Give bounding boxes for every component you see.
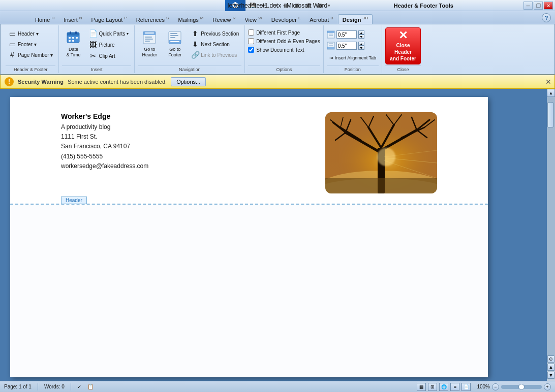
title-bar: ✿ 💾 ↩ ↪ ▦ ▦ ▦ ▦ ▾ letterheadtest1.dotx -… xyxy=(0,0,555,11)
clip-art-label: Clip Art xyxy=(99,53,115,59)
date-time-button[interactable]: Date& Time xyxy=(62,27,84,60)
close-button[interactable]: ✕ xyxy=(544,2,553,10)
previous-page-button[interactable]: ▲ xyxy=(547,364,554,371)
different-odd-even-input[interactable] xyxy=(248,38,254,44)
status-right: ▦ ⊞ 🌐 ≡ 📄 100% − + xyxy=(417,383,551,391)
header-position-input[interactable] xyxy=(336,30,357,39)
help-button[interactable]: ? xyxy=(542,13,551,22)
svg-rect-8 xyxy=(72,40,74,42)
svg-rect-3 xyxy=(75,31,77,34)
header-position-arrows: ▲ ▼ xyxy=(358,30,364,39)
picture-icon: 🖼 xyxy=(89,41,97,49)
show-document-text-label: Show Document Text xyxy=(256,47,304,53)
ribbon-group-insert: Date& Time 📄 Quick Parts ▾ 🖼 Picture ✂ xyxy=(59,25,135,73)
svg-rect-14 xyxy=(145,41,150,42)
quick-parts-icon: 📄 xyxy=(89,29,97,38)
insert-group-label: Insert xyxy=(62,66,131,72)
document-area: Worker's Edge A productivity blog 1111 F… xyxy=(0,89,555,381)
zoom-out-button[interactable]: − xyxy=(492,383,499,390)
previous-section-button[interactable]: ⬆ Previous Section xyxy=(189,28,241,39)
print-layout-button[interactable]: ▦ xyxy=(417,383,426,391)
web-layout-button[interactable]: 🌐 xyxy=(439,383,448,391)
page-number-button[interactable]: # Page Number ▾ xyxy=(6,50,55,60)
tab-developer-label: Developer xyxy=(271,17,297,23)
window-title: letterheadtest1.dotx - Microsoft Word xyxy=(228,2,328,9)
header-position-up[interactable]: ▲ xyxy=(358,30,364,35)
scroll-up-button[interactable]: ▲ xyxy=(547,89,555,97)
picture-button[interactable]: 🖼 Picture xyxy=(86,40,131,50)
go-to-footer-button[interactable]: Go toFooter xyxy=(163,27,187,60)
footer-position-input[interactable] xyxy=(336,42,357,50)
next-page-button[interactable]: ▼ xyxy=(547,372,554,379)
security-options-button[interactable]: Options... xyxy=(171,77,206,86)
company-info: Worker's Edge A productivity blog 1111 F… xyxy=(61,112,148,171)
header-button[interactable]: ▭ Header ▾ xyxy=(6,28,41,39)
security-close-button[interactable]: ✕ xyxy=(545,78,551,86)
footer-button[interactable]: ▭ Footer ▾ xyxy=(6,39,39,49)
tab-references[interactable]: References S xyxy=(132,14,174,24)
zoom-in-button[interactable]: + xyxy=(544,383,551,390)
page-count: Page: 1 of 1 xyxy=(4,384,32,389)
date-time-label: Date& Time xyxy=(66,47,80,58)
close-header-footer-button[interactable]: ✕ Close Headerand Footer xyxy=(385,27,421,64)
draft-button[interactable]: 📄 xyxy=(461,383,471,391)
footer-position-up[interactable]: ▲ xyxy=(358,42,364,46)
svg-rect-20 xyxy=(170,37,175,38)
restore-button[interactable]: ❐ xyxy=(534,2,543,10)
track-changes-icon[interactable]: 📋 xyxy=(87,384,94,389)
full-screen-button[interactable]: ⊞ xyxy=(428,383,437,391)
svg-rect-11 xyxy=(145,32,154,34)
spell-check-icon[interactable]: ✓ xyxy=(77,384,81,389)
tab-insert[interactable]: Insert N xyxy=(59,14,86,24)
tab-mailings[interactable]: Mailings M xyxy=(173,14,208,24)
outline-button[interactable]: ≡ xyxy=(450,383,459,391)
app-window: ✿ 💾 ↩ ↪ ▦ ▦ ▦ ▦ ▾ letterheadtest1.dotx -… xyxy=(0,0,555,392)
different-first-page-input[interactable] xyxy=(248,29,254,36)
scroll-bottom-buttons: ⊙ ▲ ▼ xyxy=(547,355,554,381)
header-position-down[interactable]: ▼ xyxy=(358,35,364,39)
insert-alignment-tab-button[interactable]: ⇥ Insert Alignment Tab xyxy=(327,53,379,63)
footer-label: Footer ▾ xyxy=(18,42,37,47)
security-icon: ! xyxy=(5,77,14,86)
go-to-header-label: Go toHeader xyxy=(142,47,157,58)
minimize-button[interactable]: ─ xyxy=(523,2,533,10)
svg-rect-2 xyxy=(70,31,71,34)
next-section-button[interactable]: ⬇ Next Section xyxy=(189,39,241,49)
select-browse-object-button[interactable]: ⊙ xyxy=(547,355,554,363)
tab-review[interactable]: Review R xyxy=(208,14,240,24)
scroll-thumb[interactable] xyxy=(547,102,553,127)
quick-parts-label: Quick Parts xyxy=(99,31,125,37)
security-warning-bar: ! Security Warning Some active content h… xyxy=(0,75,555,89)
zoom-slider-thumb[interactable] xyxy=(518,384,525,390)
ribbon-group-close: ✕ Close Headerand Footer Close xyxy=(382,25,427,73)
link-to-previous-label: Link to Previous xyxy=(201,52,237,58)
zoom-slider[interactable] xyxy=(501,385,542,389)
tab-design[interactable]: Design JH xyxy=(338,14,373,24)
link-to-previous-icon: 🔗 xyxy=(191,51,199,59)
clip-art-button[interactable]: ✂ Clip Art xyxy=(86,51,131,61)
document-body[interactable] xyxy=(10,205,488,377)
different-odd-even-checkbox[interactable]: Different Odd & Even Pages xyxy=(248,38,320,44)
tab-home[interactable]: Home H xyxy=(30,14,59,24)
tab-developer[interactable]: Developer L xyxy=(267,14,305,24)
quick-parts-button[interactable]: 📄 Quick Parts ▾ xyxy=(86,28,131,39)
show-document-text-input[interactable] xyxy=(248,47,254,53)
footer-position-icon xyxy=(327,42,335,50)
tab-view[interactable]: View W xyxy=(240,14,266,24)
scroll-track[interactable] xyxy=(547,97,555,355)
window-controls: ─ ❐ ✕ xyxy=(523,2,553,10)
navigation-group-label: Navigation xyxy=(138,66,241,72)
ribbon-group-position: ▲ ▼ ▲ ▼ xyxy=(324,25,382,73)
different-first-page-checkbox[interactable]: Different First Page xyxy=(248,29,300,36)
tree-svg xyxy=(325,112,437,193)
header-position-icon xyxy=(327,30,335,39)
link-to-previous-button[interactable]: 🔗 Link to Previous xyxy=(189,50,241,60)
show-document-text-checkbox[interactable]: Show Document Text xyxy=(248,47,304,53)
tab-acrobat[interactable]: Acrobat B xyxy=(305,14,337,24)
tab-insert-label: Insert xyxy=(64,17,78,23)
picture-label: Picture xyxy=(99,42,114,48)
tab-page-layout[interactable]: Page Layout P xyxy=(87,14,132,24)
footer-position-down[interactable]: ▼ xyxy=(358,46,364,50)
go-to-header-button[interactable]: Go toHeader xyxy=(138,27,161,60)
svg-rect-13 xyxy=(145,39,153,40)
